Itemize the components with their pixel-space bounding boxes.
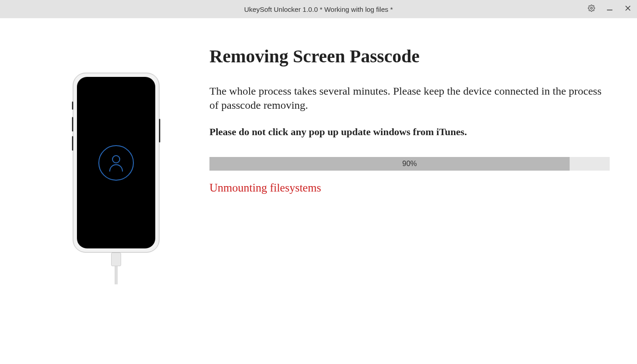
progress-bar: 90%	[209, 157, 610, 171]
main-content: Removing Screen Passcode The whole proce…	[0, 18, 637, 253]
status-text: Unmounting filesystems	[209, 182, 610, 194]
device-illustration	[41, 46, 191, 253]
user-icon	[98, 145, 134, 181]
svg-point-4	[112, 156, 120, 163]
progress-fill	[209, 157, 570, 171]
close-icon	[625, 5, 631, 13]
gear-icon	[588, 5, 595, 14]
settings-button[interactable]	[582, 0, 601, 18]
phone-body	[73, 73, 159, 253]
svg-point-0	[591, 7, 592, 9]
progress-label: 90%	[402, 160, 417, 168]
minimize-button[interactable]	[601, 0, 619, 18]
phone-screen	[77, 77, 155, 248]
description-text: The whole process takes several minutes.…	[209, 84, 610, 112]
cable-icon	[111, 253, 121, 284]
minimize-icon	[606, 5, 613, 13]
page-heading: Removing Screen Passcode	[209, 46, 610, 67]
close-button[interactable]	[619, 0, 637, 18]
title-bar: UkeySoft Unlocker 1.0.0 * Working with l…	[0, 0, 637, 18]
window-title: UkeySoft Unlocker 1.0.0 * Working with l…	[0, 5, 637, 13]
warning-text: Please do not click any pop up update wi…	[209, 126, 610, 138]
